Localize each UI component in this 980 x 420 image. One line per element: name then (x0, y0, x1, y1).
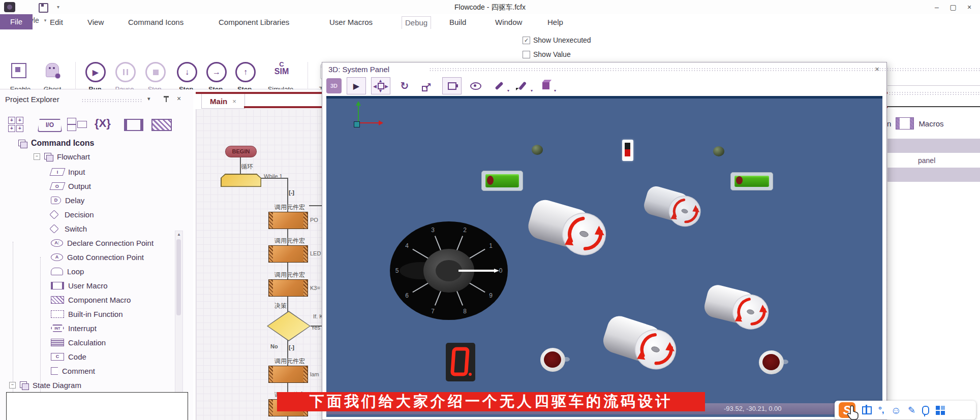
flow-component-macro[interactable] (268, 245, 308, 263)
menu-build[interactable]: Build (446, 16, 469, 28)
show-unexecuted-label[interactable]: Show Unexecuted (533, 36, 591, 44)
scroll-up-icon[interactable]: ▲ (177, 232, 181, 237)
macros-label[interactable]: Macros (918, 119, 943, 128)
simulate-c-code-icon[interactable]: C SIM (271, 61, 292, 76)
sidebar-item-component-macro[interactable]: Component Macro (51, 294, 131, 306)
motor[interactable] (641, 184, 704, 230)
close-button[interactable]: × (963, 2, 976, 12)
sidebar-item-goto-connection-point[interactable]: A Goto Connection Point (51, 251, 144, 263)
tree-item-flowchart[interactable]: − Flowchart (34, 150, 90, 163)
step-over-icon[interactable]: → (206, 62, 227, 82)
flow-component-macro[interactable] (268, 212, 308, 229)
tab-main[interactable]: Main× (201, 94, 245, 109)
sidebar-item-comment[interactable]: Comment (51, 365, 95, 377)
ime-menu-grid-icon[interactable] (936, 406, 945, 415)
rotary-dial[interactable]: 0123456789 (389, 220, 508, 321)
flow-decision-node[interactable] (267, 311, 311, 341)
3d-panel-close-icon[interactable]: × (875, 64, 879, 73)
menu-help[interactable]: Help (544, 16, 566, 28)
microphone-icon[interactable] (922, 406, 929, 415)
panel-close-icon[interactable]: × (177, 94, 181, 103)
tree-root-command-icons[interactable]: Command Icons (18, 137, 94, 149)
red-push-button[interactable] (540, 348, 565, 372)
show-value-label[interactable]: Show Value (533, 50, 571, 58)
motor[interactable] (599, 313, 682, 374)
sidebar-item-loop[interactable]: Loop (51, 265, 84, 277)
show-value-checkbox[interactable] (523, 51, 530, 58)
menu-debug[interactable]: Debug (402, 16, 431, 29)
flow-begin-node[interactable]: BEGIN (225, 146, 257, 157)
step-into-icon[interactable]: ↓ (177, 62, 197, 82)
grid-cell-panel[interactable]: panel (918, 156, 935, 165)
expression-icon[interactable]: {X} (95, 117, 111, 130)
wrench-tool-button[interactable]: ▾ (490, 78, 508, 94)
tree-item-state-diagram[interactable]: − State Diagram (9, 379, 81, 391)
sidebar-item-output[interactable]: O Output (51, 180, 91, 192)
select-tool-button[interactable]: ▶ (347, 77, 366, 94)
menu-window[interactable]: Window (492, 16, 525, 28)
box-select-button[interactable] (442, 77, 462, 94)
sidebar-item-switch[interactable]: Switch (51, 222, 87, 235)
run-icon[interactable]: ▶ (85, 62, 106, 82)
pin-icon[interactable] (164, 96, 169, 104)
collapse-expander-icon[interactable]: − (9, 382, 16, 389)
menu-edit[interactable]: Edit (47, 16, 66, 28)
restore-button[interactable]: ▢ (946, 2, 960, 12)
collapse-marker[interactable]: [-] (289, 344, 294, 350)
menu-component-libraries[interactable]: Component Libraries (216, 16, 292, 28)
panel-drag-texture[interactable] (81, 99, 142, 103)
sidebar-item-built-in-function[interactable]: Built-in Function (51, 308, 123, 320)
rotate-tool-button[interactable]: ↻ (395, 78, 414, 94)
sidebar-item-delay[interactable]: D Delay (51, 194, 84, 206)
pencil-icon[interactable]: ✎ (908, 406, 915, 415)
motor[interactable] (524, 197, 611, 260)
sidebar-item-code[interactable]: C Code (51, 350, 86, 363)
sidebar-item-decision[interactable]: Decision (51, 208, 94, 220)
scrollbar-thumb[interactable] (176, 239, 181, 315)
pause-icon[interactable] (115, 62, 136, 82)
menu-command-icons[interactable]: Command Icons (125, 16, 187, 28)
material-cube-button[interactable]: ▾ (537, 78, 555, 94)
window-drag-texture[interactable] (429, 68, 980, 72)
3d-system-panel-window[interactable]: 3D: System Panel × 3D ▶ ◀ ▶ ▲ ▼ ↻ ↗ ▾ (322, 62, 887, 420)
collapse-marker[interactable]: [-] (289, 189, 294, 196)
sidebar-item-calculation[interactable]: Calculation (51, 336, 106, 348)
eye-visibility-button[interactable] (467, 78, 485, 94)
panel-drag-texture[interactable] (889, 91, 980, 96)
seven-segment-display[interactable]: 0 (446, 343, 475, 381)
red-push-button[interactable] (759, 350, 784, 374)
menu-user-macros[interactable]: User Macros (326, 16, 376, 28)
enable-icd-icon[interactable] (11, 63, 26, 78)
chinese-english-toggle-icon[interactable] (862, 406, 872, 414)
sidebar-item-user-macro[interactable]: User Macro (51, 279, 108, 292)
grid-row[interactable] (887, 168, 980, 182)
component-macro-icon[interactable] (151, 119, 172, 131)
punctuation-icon[interactable]: °, (878, 406, 884, 414)
sidebar-item-interrupt[interactable]: INT Interrupt (51, 322, 97, 334)
grid-row[interactable] (887, 139, 980, 153)
show-unexecuted-checkbox[interactable]: ✓ (523, 37, 530, 44)
stop-icon[interactable] (145, 62, 166, 82)
motor[interactable] (701, 283, 772, 333)
minimize-button[interactable]: – (930, 2, 943, 12)
flow-loop-node[interactable] (221, 174, 261, 187)
flow-component-macro[interactable] (268, 366, 308, 383)
grid-icon[interactable]: + + + + (8, 117, 23, 132)
3d-viewport[interactable]: 0123456789 0 -93.52, -30.21, 0.00 (326, 96, 882, 417)
move-tool-button[interactable]: ◀ ▶ ▲ ▼ (371, 77, 390, 94)
io-icon[interactable]: I/O (38, 119, 62, 132)
user-macro-icon[interactable] (124, 119, 143, 131)
collapse-expander-icon[interactable]: − (34, 153, 40, 160)
flow-component-macro[interactable] (268, 279, 308, 297)
sidebar-item-declare-connection-point[interactable]: A: Declare Connection Point (51, 237, 154, 249)
step-out-icon[interactable]: ↑ (235, 62, 256, 82)
menu-file[interactable]: File (0, 14, 33, 29)
svg-text:8: 8 (463, 308, 467, 315)
scale-tool-button[interactable]: ↗ (419, 78, 437, 94)
sidebar-item-input[interactable]: I Input (51, 166, 85, 178)
menu-view[interactable]: View (84, 16, 107, 28)
paint-tool-button[interactable]: ▾ (513, 78, 532, 94)
smiley-icon[interactable]: ☺ (891, 405, 901, 415)
tab-close-icon[interactable]: × (232, 98, 236, 105)
panel-menu-caret-icon[interactable]: ▾ (147, 95, 150, 102)
